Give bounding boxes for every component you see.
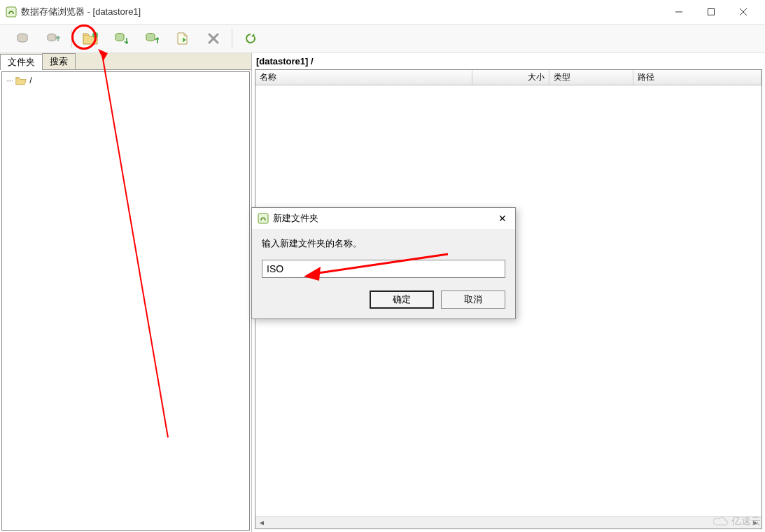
ok-button[interactable]: 确定 — [370, 290, 434, 309]
upload-to-datastore-button[interactable] — [106, 26, 136, 51]
window-controls — [663, 1, 759, 22]
tree-item-label: / — [29, 76, 31, 85]
tab-label: 文件夹 — [8, 56, 35, 69]
move-file-button[interactable] — [167, 26, 198, 51]
refresh-button[interactable] — [235, 26, 266, 51]
download-from-datastore-button[interactable] — [136, 26, 167, 51]
file-list-header: 名称 大小 类型 路径 — [255, 70, 762, 85]
left-pane-tabs: 文件夹 搜索 — [0, 53, 251, 70]
dialog-close-button[interactable]: ✕ — [496, 213, 510, 224]
up-level-button[interactable] — [38, 26, 69, 51]
dialog-title: 新建文件夹 — [273, 212, 496, 225]
toolbar-separator — [71, 29, 72, 48]
watermark: 亿速云 — [713, 515, 761, 528]
dialog-app-icon — [258, 213, 269, 224]
tab-folders[interactable]: 文件夹 — [0, 54, 43, 70]
window-title: 数据存储浏览器 - [datastore1] — [21, 6, 663, 18]
horizontal-scrollbar[interactable]: ◄ ► — [255, 516, 762, 528]
column-header-path[interactable]: 路径 — [633, 70, 762, 85]
window-titlebar: 数据存储浏览器 - [datastore1] — [0, 0, 765, 24]
current-path-label: [datastore1] / — [255, 53, 765, 69]
tree-root-item[interactable]: ···· / — [5, 75, 246, 86]
toolbar — [0, 24, 765, 53]
folder-tree[interactable]: ···· / — [1, 71, 250, 531]
scroll-left-icon[interactable]: ◄ — [255, 519, 268, 526]
toolbar-separator — [232, 29, 232, 48]
svg-rect-2 — [708, 9, 715, 15]
column-header-type[interactable]: 类型 — [549, 70, 633, 85]
minimize-button[interactable] — [663, 1, 695, 22]
cancel-button[interactable]: 取消 — [441, 290, 505, 309]
folder-name-input[interactable] — [262, 260, 505, 278]
app-icon — [6, 6, 17, 18]
tab-search[interactable]: 搜索 — [42, 53, 76, 69]
dialog-buttons: 确定 取消 — [262, 290, 505, 309]
close-button[interactable] — [727, 1, 759, 22]
maximize-button[interactable] — [695, 1, 727, 22]
folder-open-icon — [15, 76, 27, 85]
datastore-info-button[interactable] — [7, 26, 38, 51]
new-folder-button[interactable] — [75, 26, 106, 51]
column-header-name[interactable]: 名称 — [255, 70, 472, 85]
tab-label: 搜索 — [50, 55, 68, 68]
watermark-cloud-icon — [713, 516, 729, 527]
column-header-size[interactable]: 大小 — [472, 70, 549, 85]
new-folder-dialog: 新建文件夹 ✕ 输入新建文件夹的名称。 确定 取消 — [251, 207, 516, 319]
left-pane: 文件夹 搜索 ···· / — [0, 53, 252, 532]
delete-button[interactable] — [198, 26, 229, 51]
watermark-text: 亿速云 — [731, 515, 761, 528]
dialog-message: 输入新建文件夹的名称。 — [262, 237, 505, 250]
dialog-titlebar: 新建文件夹 ✕ — [252, 208, 515, 229]
tree-connector-icon: ···· — [6, 76, 13, 85]
dialog-body: 输入新建文件夹的名称。 确定 取消 — [252, 229, 515, 318]
